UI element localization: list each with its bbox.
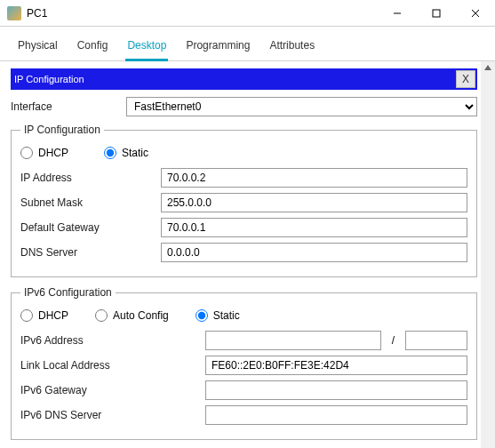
content-area: IP Configuration X Interface FastEtherne… [0,61,481,448]
default-gateway-label: Default Gateway [20,221,154,234]
tab-physical[interactable]: Physical [16,36,60,60]
ipv4-static-input[interactable] [104,147,116,159]
subnet-mask-input[interactable] [161,193,467,212]
interface-select[interactable]: FastEthernet0 [126,97,477,116]
tab-desktop[interactable]: Desktop [125,36,168,61]
dns-server-label: DNS Server [20,246,154,259]
ipv6-address-input[interactable] [205,331,381,350]
minimize-button[interactable] [378,0,417,27]
titlebar: PC1 [0,0,495,27]
ipv6-legend: IPv6 Configuration [20,286,116,299]
link-local-label: Link Local Address [20,359,198,372]
subnet-mask-label: Subnet Mask [20,196,154,209]
default-gateway-input[interactable] [161,218,467,237]
tab-bar: Physical Config Desktop Programming Attr… [0,27,495,61]
ip-address-input[interactable] [161,168,467,188]
ipv4-dhcp-radio[interactable]: DHCP [20,147,68,159]
close-window-button[interactable] [456,0,495,27]
ipv6-fieldset: IPv6 Configuration DHCP Auto Config Stat… [11,286,477,440]
scroll-up-icon[interactable] [484,65,491,70]
ipv6-gateway-label: IPv6 Gateway [20,384,198,396]
ipv6-prefix-slash: / [388,334,398,347]
ipv6-static-label: Static [213,309,240,322]
ipv6-gateway-input[interactable] [205,380,467,400]
tab-config[interactable]: Config [76,36,110,60]
dns-server-input[interactable] [161,243,467,262]
ipv6-auto-label: Auto Config [113,309,169,322]
ipv6-dhcp-radio[interactable]: DHCP [20,309,68,322]
window-title: PC1 [27,7,47,20]
tab-programming[interactable]: Programming [184,36,251,60]
svg-rect-1 [433,10,440,17]
ipv6-auto-radio[interactable]: Auto Config [95,309,169,322]
ipv4-dhcp-input[interactable] [20,147,33,159]
panel-close-button[interactable]: X [456,70,475,88]
ipv6-dhcp-input[interactable] [20,309,33,322]
ipv4-fieldset: IP Configuration DHCP Static IP Address … [11,124,477,277]
ipv6-static-input[interactable] [196,309,208,322]
tab-attributes[interactable]: Attributes [267,36,316,60]
app-icon [7,6,21,20]
ipv4-static-radio[interactable]: Static [104,147,148,159]
ipv6-dhcp-label: DHCP [38,309,68,322]
ipv4-legend: IP Configuration [20,124,104,136]
panel-header: IP Configuration X [11,68,477,90]
ipv6-prefix-input[interactable] [405,331,467,350]
ipv6-auto-input[interactable] [95,309,108,322]
ipv6-dns-input[interactable] [205,405,467,425]
maximize-button[interactable] [417,0,456,27]
panel-title: IP Configuration [14,74,456,84]
ipv4-dhcp-label: DHCP [38,147,68,159]
ipv4-static-label: Static [122,147,148,159]
ipv6-static-radio[interactable]: Static [196,309,240,322]
ip-address-label: IP Address [20,172,154,184]
interface-label: Interface [11,100,126,113]
vertical-scrollbar[interactable] [481,61,495,448]
link-local-input[interactable] [205,356,467,375]
ipv6-dns-label: IPv6 DNS Server [20,409,198,421]
ipv6-address-label: IPv6 Address [20,334,198,347]
